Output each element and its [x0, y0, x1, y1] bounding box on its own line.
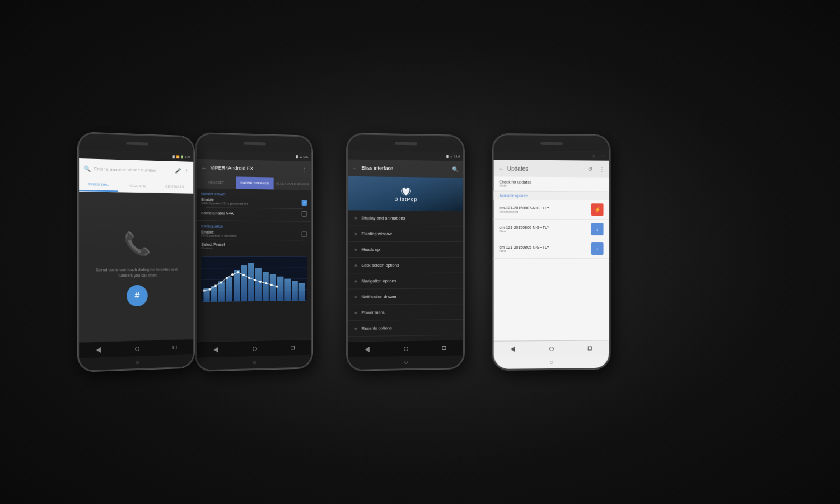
dialer-screen: 🔍 Enter a name or phone number 🎤 ⋮ SPEED…: [79, 158, 193, 342]
home-button-4[interactable]: [548, 344, 556, 352]
update-item-0[interactable]: cm-121-20150807-NIGHTLY Downloaded ⚡: [494, 200, 609, 220]
check-value: Daily: [500, 184, 604, 188]
menu-dot: [354, 264, 357, 267]
download-button-1[interactable]: ↓: [591, 223, 604, 235]
update-name-2: cm-121-20150805-NIGHTLY: [500, 245, 549, 249]
update-status-1: New: [500, 229, 549, 232]
phone-bottom-2: [197, 355, 311, 370]
home-button-2[interactable]: [251, 344, 259, 352]
menu-dot: [354, 328, 357, 330]
signal-icon: ▉: [173, 155, 175, 158]
update-info-2: cm-121-20150805-NIGHTLY New: [500, 245, 549, 252]
menu-label-recents: Recents options: [362, 325, 392, 331]
updates-screen: ← Updates ↺ ⋮ Check for updates Daily Av…: [494, 160, 609, 340]
signal-icon-2: ▉: [296, 155, 298, 158]
viper-content: Master Power Enable V4A-SpeakerFX is pow…: [197, 188, 311, 342]
svg-point-13: [276, 286, 278, 288]
time-display-2: LTE: [304, 155, 309, 158]
section-title: Available updates: [500, 194, 604, 198]
recents-button-1[interactable]: [171, 343, 179, 351]
phone-bliss: ▉ ▲ 3:1M ← Bliss interface 🔍: [347, 133, 464, 371]
bliss-menu: Display and animations Floating window H…: [348, 210, 463, 341]
menu-label-notification: Notification drawer: [362, 294, 396, 299]
dialpad-fab[interactable]: #: [127, 285, 148, 307]
menu-item-power[interactable]: Power menu: [348, 304, 463, 321]
phone-shell-3: ▉ ▲ 3:1M ← Bliss interface 🔍: [347, 133, 464, 371]
update-item-2[interactable]: cm-121-20150805-NIGHTLY New ↓: [494, 239, 609, 259]
update-item-1[interactable]: cm-121-20150806-NIGHTLY New ↓: [494, 220, 609, 239]
download-button-2[interactable]: ↓: [591, 242, 604, 255]
phone-shell-1: ▉ 📶 🔋 9:20 🔍 Enter a name or phone numbe…: [78, 132, 194, 372]
check-updates-setting[interactable]: Check for updates Daily: [494, 176, 609, 192]
update-status-0: Downloaded: [500, 209, 549, 213]
eq-curve: [201, 256, 307, 302]
tab-speed-dial[interactable]: SPEED DIAL: [79, 178, 118, 192]
force-enable-item: Force Enable V4A: [201, 210, 307, 217]
signal-icon-4: ▉: [593, 155, 595, 158]
menu-item-display[interactable]: Display and animations: [348, 210, 463, 226]
time-display-3: 3:1M: [454, 155, 460, 158]
back-button-4[interactable]: [509, 345, 517, 353]
preset-item: Select Preset Custom: [201, 242, 307, 250]
svg-point-6: [237, 271, 239, 273]
tab-bluetooth[interactable]: Bluetooth Device: [274, 178, 311, 190]
menu-item-navigation[interactable]: Navigation options: [348, 273, 463, 290]
search-icon: 🔍: [83, 165, 90, 171]
bottom-nav-3: [348, 340, 463, 357]
back-arrow-updates[interactable]: ←: [498, 165, 504, 171]
svg-point-12: [270, 284, 273, 286]
back-arrow-viper[interactable]: ←: [201, 165, 207, 171]
back-button-3[interactable]: [363, 345, 371, 353]
tab-recents[interactable]: RECENTS: [118, 179, 156, 192]
fire-enable-checkbox[interactable]: [302, 231, 307, 237]
menu-dot: [354, 280, 357, 282]
force-enable-checkbox[interactable]: [302, 211, 307, 217]
recents-button-3[interactable]: [440, 344, 448, 352]
status-bar-4: ▉ ▲ 9:20: [494, 151, 609, 161]
tab-contacts[interactable]: CONTACTS: [156, 180, 193, 193]
enable-checkbox[interactable]: ✓: [302, 200, 307, 206]
svg-point-9: [254, 279, 256, 281]
tab-phone-speaker[interactable]: Phone Speaker: [236, 176, 274, 189]
home-button-3[interactable]: [402, 344, 410, 352]
home-dot-4: [550, 361, 553, 364]
refresh-icon[interactable]: ↺: [588, 166, 592, 172]
viper-tabs: Headset Phone Speaker Bluetooth Device: [197, 176, 311, 190]
bliss-banner: BlistPop: [348, 176, 463, 211]
divider-2: [206, 240, 302, 240]
menu-item-headsup[interactable]: Heads up: [348, 242, 463, 258]
svg-point-3: [220, 281, 222, 283]
phone-top-bar-3: [348, 134, 463, 152]
menu-item-floating[interactable]: Floating window: [348, 226, 463, 242]
more-icon[interactable]: ⋮: [184, 168, 189, 174]
more-dots-viper[interactable]: ⋮: [302, 166, 307, 172]
time-display: 9:20: [185, 156, 190, 159]
back-arrow-bliss[interactable]: ←: [352, 165, 358, 171]
dialer-content: 📞 Speed dial is one-touch dialing for fa…: [79, 192, 193, 342]
viper-screen: ← ViPER4Android FX ⋮ Headset Phone Speak…: [197, 159, 311, 342]
home-button-1[interactable]: [133, 344, 141, 352]
phones-showcase: ▉ 📶 🔋 9:20 🔍 Enter a name or phone numbe…: [0, 0, 840, 504]
speed-dial-description: Speed dial is one-touch dialing for favo…: [79, 267, 193, 279]
more-dots-updates[interactable]: ⋮: [599, 166, 605, 172]
search-button-bliss[interactable]: 🔍: [452, 166, 459, 172]
phone-call-icon: 📞: [120, 227, 153, 260]
menu-dot: [354, 311, 357, 314]
dialer-search-bar[interactable]: 🔍 Enter a name or phone number 🎤 ⋮: [79, 158, 193, 180]
recents-button-4[interactable]: [586, 344, 594, 352]
phone-handset-icon: 📞: [123, 231, 151, 257]
menu-item-recents[interactable]: Recents options: [348, 320, 463, 337]
back-button-2[interactable]: [212, 346, 220, 353]
signal-icon-3: ▉: [446, 155, 449, 158]
svg-point-1: [209, 288, 211, 291]
update-info-1: cm-121-20150806-NIGHTLY New: [500, 225, 549, 232]
back-button-1[interactable]: [95, 346, 102, 354]
tab-headset[interactable]: Headset: [197, 176, 236, 189]
menu-label-navigation: Navigation options: [362, 278, 396, 283]
search-placeholder: Enter a name or phone number: [94, 166, 172, 173]
flash-button-0[interactable]: ⚡: [591, 203, 604, 216]
menu-item-lockscreen[interactable]: Lock screen options: [348, 258, 463, 273]
menu-item-notification[interactable]: Notification drawer: [348, 288, 463, 305]
mic-icon[interactable]: 🎤: [175, 168, 181, 174]
recents-button-2[interactable]: [289, 344, 297, 352]
